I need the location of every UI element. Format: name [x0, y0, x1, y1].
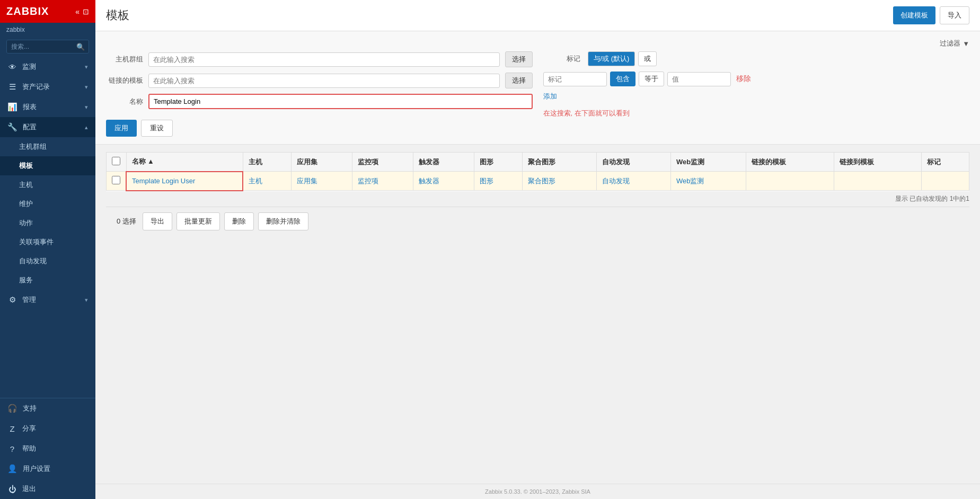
bottom-bar: 0 选择 导出 批量更新 删除 删除并清除: [106, 207, 969, 236]
apply-button[interactable]: 应用: [106, 120, 137, 137]
row-web-monitor-link[interactable]: Web监测: [676, 177, 704, 185]
row-items-link[interactable]: 监控项: [358, 177, 378, 185]
name-label: 名称: [106, 97, 143, 106]
chevron-down-icon: ▾: [85, 64, 88, 70]
template-name-link[interactable]: Template Login User: [132, 177, 195, 185]
sidebar-item-host-group[interactable]: 主机群组: [0, 137, 95, 156]
select-all-checkbox[interactable]: [112, 157, 120, 165]
sidebar-item-label: 监测: [22, 62, 36, 72]
assets-icon: ☰: [7, 82, 17, 92]
sidebar-nav: 👁 监测 ▾ ☰ 资产记录 ▾ 📊 报表 ▾ 🔧 配置 ▴ 主机群组 模板 主机…: [0, 57, 95, 398]
row-apps-cell: 应用集: [291, 172, 352, 191]
batch-update-button[interactable]: 批量更新: [176, 212, 220, 230]
linked-template-input[interactable]: [148, 74, 500, 88]
add-tag-button[interactable]: 添加: [543, 92, 557, 101]
tag-filter-buttons: 与/或 (默认) 或: [588, 51, 657, 66]
collapse-icon[interactable]: «: [75, 7, 80, 16]
logo-area: ZABBIX « ⊡: [0, 0, 95, 23]
export-button[interactable]: 导出: [143, 212, 172, 230]
sidebar-item-maintenance[interactable]: 维护: [0, 194, 95, 213]
manage-icon: ⚙: [7, 295, 17, 305]
main-header: 模板 创建模板 导入: [95, 0, 980, 31]
monitor-icon: 👁: [7, 63, 17, 72]
share-icon: Z: [7, 424, 17, 433]
filter-toggle-button[interactable]: 过滤器 ▼: [940, 39, 969, 48]
add-tag-row: 添加: [543, 92, 970, 101]
row-checkbox-cell: [107, 172, 127, 191]
delete-button[interactable]: 删除: [224, 212, 254, 230]
row-agg-graphs-link[interactable]: 聚合图形: [528, 177, 555, 185]
row-graphs-cell: 图形: [474, 172, 522, 191]
tag-filter-label: 标记: [543, 54, 580, 64]
row-checkbox[interactable]: [112, 176, 120, 184]
sidebar-item-logout[interactable]: ⏻ 退出: [0, 479, 95, 499]
th-linked-template: 链接的模板: [746, 153, 834, 172]
create-template-button[interactable]: 创建模板: [893, 6, 935, 24]
th-agg-graphs: 聚合图形: [522, 153, 596, 172]
host-group-select-button[interactable]: 选择: [505, 51, 533, 67]
expand-icon[interactable]: ⊡: [83, 7, 89, 16]
sidebar-item-assets[interactable]: ☰ 资产记录 ▾: [0, 77, 95, 97]
linked-template-label: 链接的模板: [106, 76, 143, 85]
filter-left: 主机群组 选择 链接的模板 选择 名称 应用 重设: [106, 51, 533, 137]
sidebar-item-reports[interactable]: 📊 报表 ▾: [0, 97, 95, 117]
reset-button[interactable]: 重设: [141, 120, 173, 137]
filter-top-row: 过滤器 ▼: [106, 39, 969, 48]
th-graphs: 图形: [474, 153, 522, 172]
name-input[interactable]: [148, 94, 533, 109]
row-triggers-link[interactable]: 触发器: [419, 177, 439, 185]
th-name[interactable]: 名称 ▲: [126, 153, 243, 172]
delete-clear-button[interactable]: 删除并清除: [258, 212, 308, 230]
user-settings-icon: 👤: [7, 464, 17, 474]
sidebar-item-label: 配置: [23, 122, 37, 132]
row-apps-link[interactable]: 应用集: [297, 177, 317, 185]
row-name-cell: Template Login User: [126, 172, 243, 191]
sidebar-item-auto-discovery[interactable]: 自动发现: [0, 252, 95, 271]
sidebar-item-user-settings[interactable]: 👤 用户设置: [0, 459, 95, 479]
filter-label: 过滤器: [940, 39, 960, 48]
row-auto-discovery-cell: 自动发现: [596, 172, 670, 191]
row-hosts-link[interactable]: 主机: [249, 177, 262, 185]
sidebar-item-services[interactable]: 服务: [0, 271, 95, 290]
linked-template-select-button[interactable]: 选择: [505, 73, 533, 88]
tag-row: 包含 等于 移除: [543, 72, 970, 86]
logo-icons: « ⊡: [75, 7, 89, 16]
row-auto-discovery-link[interactable]: 自动发现: [602, 177, 630, 185]
th-triggers: 触发器: [413, 153, 474, 172]
row-web-monitor-cell: Web监测: [670, 172, 746, 191]
tag-contains-button[interactable]: 包含: [610, 72, 635, 86]
row-agg-graphs-cell: 聚合图形: [522, 172, 596, 191]
page-title: 模板: [106, 7, 129, 23]
sidebar-item-template[interactable]: 模板: [0, 156, 95, 175]
host-group-input[interactable]: [148, 52, 500, 67]
tag-value-input[interactable]: [667, 72, 731, 86]
sidebar-search-container: 🔍: [0, 37, 95, 57]
tag-or-button[interactable]: 或: [638, 51, 657, 66]
sidebar-item-support[interactable]: 🎧 支持: [0, 398, 95, 418]
row-graphs-link[interactable]: 图形: [480, 177, 493, 185]
sidebar-item-config[interactable]: 🔧 配置 ▴: [0, 117, 95, 137]
help-icon: ?: [7, 444, 17, 453]
sidebar: ZABBIX « ⊡ zabbix 🔍 👁 监测 ▾ ☰ 资产记录 ▾ 📊 报表…: [0, 0, 95, 499]
logout-icon: ⏻: [7, 485, 17, 494]
hint-text: 在这搜索, 在下面就可以看到: [543, 109, 970, 118]
sidebar-item-help[interactable]: ? 帮助: [0, 439, 95, 459]
sidebar-item-manage[interactable]: ⚙ 管理 ▾: [0, 290, 95, 310]
tag-and-button[interactable]: 与/或 (默认): [588, 51, 635, 66]
sidebar-item-share[interactable]: Z 分享: [0, 418, 95, 439]
row-items-cell: 监控项: [352, 172, 413, 191]
tag-equals-button[interactable]: 等于: [639, 72, 664, 86]
tag-name-input[interactable]: [543, 72, 607, 86]
reports-icon: 📊: [7, 102, 17, 112]
footer: Zabbix 5.0.33. © 2001–2023, Zabbix SIA: [95, 484, 980, 499]
sidebar-item-action[interactable]: 动作: [0, 213, 95, 233]
table-row: Template Login User 主机 应用集 监控项 触发器: [107, 172, 969, 191]
filter-host-group-row: 主机群组 选择: [106, 51, 533, 67]
import-button[interactable]: 导入: [940, 6, 969, 24]
sidebar-item-monitor[interactable]: 👁 监测 ▾: [0, 57, 95, 77]
sidebar-item-host[interactable]: 主机: [0, 175, 95, 194]
sidebar-item-correlation[interactable]: 关联项事件: [0, 233, 95, 252]
tag-remove-button[interactable]: 移除: [734, 74, 753, 84]
row-link-to-template-cell: [834, 172, 921, 191]
host-group-label: 主机群组: [106, 55, 143, 64]
